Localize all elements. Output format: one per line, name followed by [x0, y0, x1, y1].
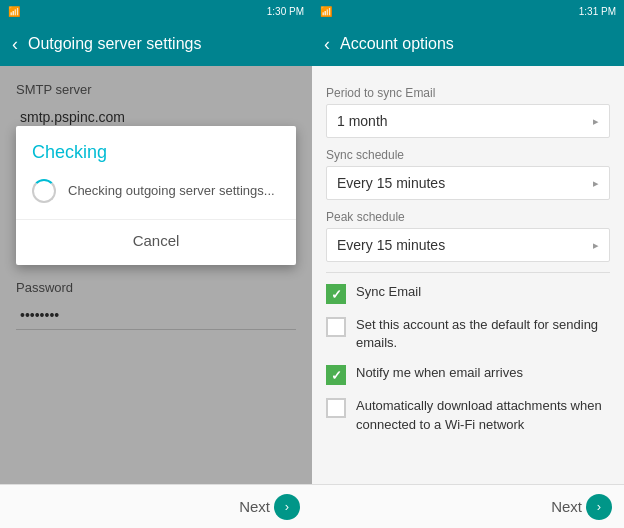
- checkbox-row-1[interactable]: Set this account as the default for send…: [326, 310, 610, 358]
- period-value: 1 month: [337, 113, 388, 129]
- checkbox-label-2: Notify me when email arrives: [356, 364, 523, 382]
- period-arrow-icon: ▸: [593, 115, 599, 128]
- next-arrow-circle: ›: [274, 494, 300, 520]
- left-status-icons: 📶: [8, 6, 20, 17]
- checkbox-auto-download[interactable]: [326, 398, 346, 418]
- checkbox-label-1: Set this account as the default for send…: [356, 316, 610, 352]
- sync-schedule-value: Every 15 minutes: [337, 175, 445, 191]
- left-status-time: 1:30 PM: [267, 6, 304, 17]
- period-label: Period to sync Email: [326, 86, 610, 100]
- left-title-bar: ‹ Outgoing server settings: [0, 22, 312, 66]
- right-status-bar: 📶 1:31 PM: [312, 0, 624, 22]
- dialog-body: Checking outgoing server settings...: [16, 171, 296, 219]
- right-next-arrow-circle: ›: [586, 494, 612, 520]
- sync-schedule-dropdown[interactable]: Every 15 minutes ▸: [326, 166, 610, 200]
- right-time: 1:31 PM: [579, 6, 616, 17]
- checkbox-notify-email[interactable]: [326, 365, 346, 385]
- right-next-button[interactable]: Next ›: [551, 494, 612, 520]
- dialog-header: Checking: [16, 126, 296, 171]
- right-title-bar: ‹ Account options: [312, 22, 624, 66]
- peak-schedule-value: Every 15 minutes: [337, 237, 445, 253]
- period-dropdown[interactable]: 1 month ▸: [326, 104, 610, 138]
- checkbox-label-0: Sync Email: [356, 283, 421, 301]
- checkbox-row-0[interactable]: Sync Email: [326, 277, 610, 310]
- sync-schedule-arrow-icon: ▸: [593, 177, 599, 190]
- checkbox-default-sending[interactable]: [326, 317, 346, 337]
- dialog-footer[interactable]: Cancel: [16, 219, 296, 265]
- right-back-arrow[interactable]: ‹: [324, 34, 330, 55]
- loading-spinner: [32, 179, 56, 203]
- left-time: 1:30 PM: [267, 6, 304, 17]
- checkbox-label-3: Automatically download attachments when …: [356, 397, 610, 433]
- checking-dialog: Checking Checking outgoing server settin…: [16, 126, 296, 265]
- dialog-title: Checking: [32, 142, 280, 163]
- cancel-button[interactable]: Cancel: [117, 228, 196, 253]
- signal-icon: 📶: [8, 6, 20, 17]
- dialog-message: Checking outgoing server settings...: [68, 182, 275, 200]
- next-label: Next: [239, 498, 270, 515]
- left-back-arrow[interactable]: ‹: [12, 34, 18, 55]
- right-next-label: Next: [551, 498, 582, 515]
- peak-schedule-arrow-icon: ▸: [593, 239, 599, 252]
- sync-schedule-label: Sync schedule: [326, 148, 610, 162]
- checkbox-row-2[interactable]: Notify me when email arrives: [326, 358, 610, 391]
- left-page-title: Outgoing server settings: [28, 35, 201, 53]
- divider-1: [326, 272, 610, 273]
- right-content: Period to sync Email 1 month ▸ Sync sche…: [312, 66, 624, 484]
- right-status-time: 1:31 PM: [579, 6, 616, 17]
- left-next-button[interactable]: Next ›: [239, 494, 300, 520]
- left-bottom-bar: Next ›: [0, 484, 312, 528]
- right-signal-icon: 📶: [320, 6, 332, 17]
- right-status-icons: 📶: [320, 6, 332, 17]
- checkbox-sync-email[interactable]: [326, 284, 346, 304]
- dialog-overlay: Checking Checking outgoing server settin…: [0, 66, 312, 484]
- right-bottom-bar: Next ›: [312, 484, 624, 528]
- peak-schedule-label: Peak schedule: [326, 210, 610, 224]
- left-status-bar: 📶 1:30 PM: [0, 0, 312, 22]
- right-panel: 📶 1:31 PM ‹ Account options Period to sy…: [312, 0, 624, 528]
- left-content: SMTP server Security type None Checking …: [0, 66, 312, 484]
- checkbox-row-3[interactable]: Automatically download attachments when …: [326, 391, 610, 439]
- right-page-title: Account options: [340, 35, 454, 53]
- peak-schedule-dropdown[interactable]: Every 15 minutes ▸: [326, 228, 610, 262]
- left-panel: 📶 1:30 PM ‹ Outgoing server settings SMT…: [0, 0, 312, 528]
